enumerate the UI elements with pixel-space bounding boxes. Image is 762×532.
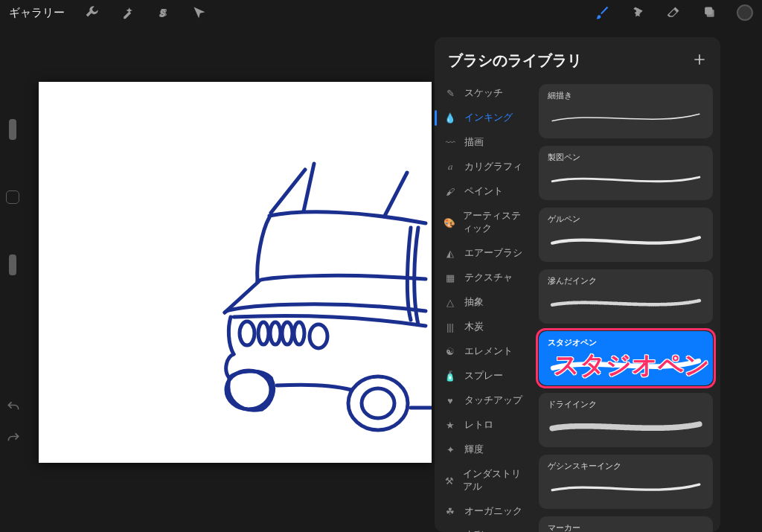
- color-picker-icon[interactable]: [737, 4, 753, 21]
- brush-library-popover: ブラシのライブラリ ✎スケッチ💧インキング〰描画𝑎カリグラフィ🖌ペイント🎨アーテ…: [435, 37, 720, 532]
- brush-category-item[interactable]: ♥タッチアップ: [435, 388, 536, 413]
- brush-name: ドライインク: [548, 399, 704, 410]
- category-icon: ✎: [444, 88, 457, 99]
- brush-item[interactable]: 細描き: [539, 84, 713, 138]
- category-label: スケッチ: [464, 87, 503, 100]
- select-icon[interactable]: S: [156, 4, 172, 21]
- category-label: テクスチャ: [464, 272, 513, 284]
- svg-point-6: [240, 321, 254, 345]
- wand-icon[interactable]: [120, 4, 136, 21]
- category-icon: 🎨: [444, 217, 455, 228]
- brush-list[interactable]: 細描き製図ペンゲルペン滲んだインクスタジオペンドライインクゲシンスキーインクマー…: [536, 81, 720, 532]
- brush-category-item[interactable]: 🖌ペイント: [435, 179, 536, 204]
- brush-name: スタジオペン: [548, 337, 704, 348]
- eyedropper-button[interactable]: [6, 190, 19, 204]
- toolbar-left: ギャラリー S: [9, 4, 208, 21]
- brush-category-item[interactable]: |||木炭: [435, 315, 536, 339]
- brush-name: 滲んだインク: [548, 275, 704, 286]
- brush-library-title: ブラシのライブラリ: [448, 51, 582, 71]
- add-brush-icon[interactable]: [692, 52, 707, 70]
- drawing-canvas[interactable]: [39, 82, 432, 463]
- brush-category-item[interactable]: ☘オーガニック: [435, 499, 536, 524]
- svg-point-5: [362, 388, 394, 418]
- svg-point-11: [310, 324, 327, 348]
- svg-point-9: [282, 322, 292, 344]
- category-icon: 〰: [444, 138, 457, 148]
- smudge-icon[interactable]: [630, 4, 646, 21]
- brush-item[interactable]: ドライインク: [539, 393, 713, 447]
- category-label: アーティスティック: [463, 210, 530, 235]
- category-icon: ★: [444, 420, 457, 431]
- brush-name: ゲシンスキーインク: [548, 461, 704, 472]
- category-icon: ◭: [444, 248, 457, 259]
- category-icon: ♥: [444, 396, 457, 406]
- brush-name: 製図ペン: [548, 152, 704, 163]
- svg-point-7: [258, 322, 269, 344]
- category-icon: 🖌: [444, 187, 457, 197]
- brush-category-item[interactable]: ≋水彩: [435, 524, 536, 532]
- brush-item[interactable]: 滲んだインク: [539, 269, 713, 324]
- cursor-icon[interactable]: [191, 4, 208, 21]
- brush-category-list[interactable]: ✎スケッチ💧インキング〰描画𝑎カリグラフィ🖌ペイント🎨アーティスティック◭エアー…: [435, 81, 536, 532]
- brush-name: マーカー: [548, 522, 704, 532]
- category-label: 描画: [464, 136, 484, 149]
- category-label: スプレー: [464, 370, 503, 382]
- svg-text:S: S: [160, 7, 165, 19]
- undo-icon[interactable]: [6, 400, 21, 417]
- brush-item[interactable]: マーカー: [539, 516, 713, 532]
- category-label: 抽象: [464, 296, 484, 309]
- opacity-slider[interactable]: [9, 254, 16, 275]
- svg-point-8: [270, 322, 281, 344]
- brush-name: ゲルペン: [548, 214, 704, 225]
- eraser-icon[interactable]: [665, 4, 682, 21]
- brush-item[interactable]: 製図ペン: [539, 146, 713, 200]
- brush-category-item[interactable]: 〰描画: [435, 130, 536, 155]
- category-icon: 🧴: [444, 371, 457, 382]
- category-label: エレメント: [464, 345, 513, 358]
- brush-category-item[interactable]: ▦テクスチャ: [435, 266, 536, 290]
- svg-point-3: [226, 371, 271, 409]
- brush-category-item[interactable]: 🎨アーティスティック: [435, 204, 536, 241]
- redo-icon[interactable]: [6, 431, 21, 449]
- brush-item[interactable]: ゲルペン: [539, 208, 713, 262]
- category-icon: |||: [444, 322, 457, 333]
- category-icon: ☯: [444, 346, 457, 357]
- layers-icon[interactable]: [701, 4, 717, 21]
- brush-category-item[interactable]: ◭エアーブラシ: [435, 241, 536, 266]
- brush-category-item[interactable]: ★レトロ: [435, 413, 536, 438]
- brush-category-item[interactable]: 𝑎カリグラフィ: [435, 155, 536, 179]
- category-label: タッチアップ: [464, 394, 522, 407]
- annotation-callout: スタジオペン: [554, 348, 710, 382]
- top-toolbar: ギャラリー S: [0, 0, 762, 25]
- brush-category-item[interactable]: △抽象: [435, 290, 536, 315]
- brush-category-item[interactable]: ✎スケッチ: [435, 81, 536, 106]
- category-icon: ▦: [444, 272, 457, 283]
- brush-category-item[interactable]: ✦輝度: [435, 438, 536, 462]
- category-label: カリグラフィ: [464, 161, 522, 173]
- category-label: 木炭: [464, 321, 484, 333]
- brush-item[interactable]: ゲシンスキーインク: [539, 455, 713, 509]
- brush-category-item[interactable]: ☯エレメント: [435, 339, 536, 364]
- category-label: オーガニック: [464, 505, 522, 518]
- brush-category-item[interactable]: 🧴スプレー: [435, 364, 536, 388]
- category-label: ペイント: [464, 185, 503, 198]
- category-label: 輝度: [464, 443, 484, 456]
- category-icon: ⚒: [444, 475, 455, 487]
- category-label: エアーブラシ: [464, 247, 522, 260]
- brush-category-item[interactable]: 💧インキング: [435, 106, 536, 130]
- brush-category-item[interactable]: ⚒インダストリアル: [435, 462, 536, 499]
- category-icon: ☘: [444, 506, 457, 517]
- svg-rect-2: [707, 10, 714, 17]
- category-icon: △: [444, 297, 457, 308]
- category-icon: 💧: [444, 112, 457, 124]
- brush-size-slider[interactable]: [9, 119, 16, 140]
- undo-redo-group: [6, 400, 21, 449]
- gallery-button[interactable]: ギャラリー: [9, 6, 65, 20]
- svg-point-4: [348, 376, 408, 430]
- svg-point-10: [294, 322, 304, 344]
- category-label: レトロ: [464, 419, 493, 432]
- toolbar-right: [594, 4, 753, 21]
- brush-icon[interactable]: [594, 4, 610, 21]
- category-label: インダストリアル: [463, 468, 530, 493]
- wrench-icon[interactable]: [84, 4, 100, 21]
